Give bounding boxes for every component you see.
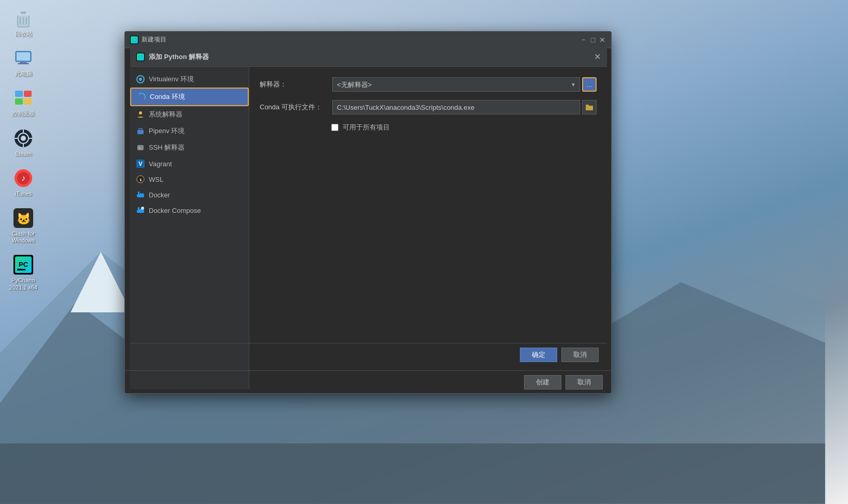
- checkbox-row: 可用于所有项目: [260, 123, 597, 132]
- all-projects-label[interactable]: 可用于所有项目: [343, 123, 390, 132]
- interpreter-input-wrap: <无解释器> ▼ ...: [332, 77, 597, 92]
- sidebar-item-ssh[interactable]: >_ SSH 解释器: [130, 139, 249, 156]
- outer-window-title: 新建项目: [142, 35, 166, 44]
- conda-executable-row: Conda 可执行文件：: [260, 100, 597, 114]
- recycle-bin-label: 回收站: [15, 31, 32, 37]
- conda-path-input[interactable]: [332, 100, 580, 114]
- outer-window-controls: － □ ✕: [580, 36, 606, 44]
- svg-rect-55: [142, 193, 144, 195]
- pycharm-small-icon: [130, 36, 138, 44]
- inner-dialog-title: 添加 Python 解释器: [149, 52, 209, 62]
- maximize-button[interactable]: □: [589, 36, 597, 44]
- inner-dialog: 添加 Python 解释器 ✕: [130, 47, 607, 389]
- interpreter-select[interactable]: <无解释器>: [332, 77, 580, 92]
- svg-text:🐧: 🐧: [139, 178, 143, 182]
- my-computer-label: 此电脑: [15, 70, 32, 77]
- svg-text:V: V: [138, 161, 143, 167]
- svg-text:>_: >_: [138, 146, 143, 150]
- desktop-icon-recycle-bin[interactable]: 回收站: [5, 8, 41, 37]
- desktop-icon-steam[interactable]: Steam: [5, 128, 41, 157]
- conda-icon: [137, 93, 146, 101]
- create-button[interactable]: 创建: [524, 375, 561, 390]
- sidebar-item-conda[interactable]: Conda 环境: [130, 88, 249, 106]
- svg-rect-17: [24, 91, 32, 97]
- outer-window: 新建项目 － □ ✕: [124, 31, 612, 394]
- inner-dialog-footer: 确定 取消: [130, 343, 607, 366]
- desktop-icons-container: 回收站 此电脑 控制面板: [0, 0, 52, 299]
- svg-rect-53: [140, 193, 142, 195]
- svg-rect-57: [138, 209, 139, 210]
- sidebar-item-docker-compose[interactable]: + Docker Compose: [130, 203, 249, 218]
- svg-point-41: [139, 78, 142, 81]
- sidebar-item-system[interactable]: 系统解释器: [130, 106, 249, 123]
- svg-point-42: [139, 111, 142, 114]
- svg-rect-63: [586, 106, 593, 110]
- outer-window-titlebar: 新建项目 － □ ✕: [125, 32, 611, 48]
- svg-rect-37: [131, 36, 138, 44]
- svg-rect-39: [137, 53, 144, 61]
- desktop-icon-control-panel[interactable]: 控制面板: [5, 88, 41, 117]
- sidebar-item-virtualenv[interactable]: Virtualenv 环境: [130, 71, 249, 88]
- ssh-icon: >_: [136, 143, 145, 152]
- my-computer-icon: [13, 48, 34, 68]
- desktop-icon-itunes[interactable]: ♪ iTunes: [5, 168, 41, 197]
- desktop-icon-my-computer[interactable]: 此电脑: [5, 48, 41, 77]
- outer-window-footer: 创建 取消: [125, 370, 611, 393]
- desktop-icon-clash[interactable]: 🐱 Clash for Windows: [5, 208, 41, 244]
- vagrant-label: Vagrant: [149, 160, 172, 168]
- pycharm-label: PyCharm 2021.1 x64: [9, 277, 37, 291]
- sidebar-item-wsl[interactable]: 🐧 WSL: [130, 171, 249, 187]
- svg-rect-15: [18, 63, 29, 64]
- sidebar-item-pipenv[interactable]: Pipenv 环境: [130, 123, 249, 139]
- python-icon-small: [136, 53, 145, 61]
- docker-icon: [136, 191, 145, 199]
- svg-text:PC: PC: [19, 261, 29, 268]
- cancel-outer-button[interactable]: 取消: [566, 375, 603, 390]
- clash-icon: 🐱: [13, 208, 34, 228]
- ssh-label: SSH 解释器: [149, 143, 185, 152]
- minimize-button[interactable]: －: [580, 36, 587, 44]
- svg-rect-54: [138, 192, 139, 193]
- svg-text:🐱: 🐱: [17, 212, 31, 226]
- system-icon: [136, 110, 145, 119]
- close-inner-button[interactable]: ✕: [594, 52, 601, 62]
- interpreter-select-wrap: <无解释器> ▼: [332, 77, 580, 92]
- svg-point-22: [21, 136, 26, 141]
- recycle-bin-icon: [13, 8, 34, 28]
- content-area: 解释器： <无解释器> ▼ ...: [249, 67, 607, 389]
- dialog-body: Virtualenv 环境 Conda 环境: [130, 67, 607, 389]
- wsl-icon: 🐧: [136, 175, 145, 183]
- sidebar-item-docker[interactable]: Docker: [130, 187, 249, 203]
- svg-rect-13: [17, 52, 30, 61]
- pycharm-icon: PC: [13, 254, 34, 275]
- system-label: 系统解释器: [149, 110, 182, 119]
- interpreter-row: 解释器： <无解释器> ▼ ...: [260, 77, 597, 92]
- close-outer-button[interactable]: ✕: [599, 36, 606, 44]
- all-projects-checkbox[interactable]: [331, 124, 338, 131]
- control-panel-label: 控制面板: [12, 110, 35, 117]
- ok-button[interactable]: 确定: [520, 348, 557, 362]
- itunes-icon: ♪: [13, 168, 34, 189]
- virtualenv-label: Virtualenv 环境: [149, 75, 194, 84]
- folder-browse-button[interactable]: [582, 100, 597, 114]
- conda-label-text: Conda 可执行文件：: [260, 103, 327, 112]
- svg-rect-59: [138, 207, 139, 209]
- svg-rect-64: [586, 105, 589, 106]
- docker-compose-icon: +: [136, 206, 145, 214]
- wsl-label: WSL: [149, 176, 163, 183]
- docker-compose-label: Docker Compose: [149, 207, 201, 214]
- sidebar-item-vagrant[interactable]: V Vagrant: [130, 156, 249, 171]
- control-panel-icon: [13, 88, 34, 108]
- dialog-overlay: 新建项目 － □ ✕: [124, 31, 612, 394]
- folder-icon: [586, 104, 593, 110]
- inner-dialog-titlebar: 添加 Python 解释器 ✕: [130, 47, 607, 67]
- interpreter-sidebar: Virtualenv 环境 Conda 环境: [130, 67, 249, 389]
- conda-label: Conda 环境: [150, 92, 185, 102]
- conda-path-wrap: [332, 100, 597, 114]
- virtualenv-icon: [136, 75, 145, 83]
- cancel-inner-button[interactable]: 取消: [561, 348, 599, 362]
- itunes-label: iTunes: [15, 191, 32, 197]
- desktop-icon-pycharm[interactable]: PC PyCharm 2021.1 x64: [5, 254, 41, 291]
- pipenv-label: Pipenv 环境: [149, 126, 185, 136]
- ellipsis-button[interactable]: ...: [582, 77, 597, 92]
